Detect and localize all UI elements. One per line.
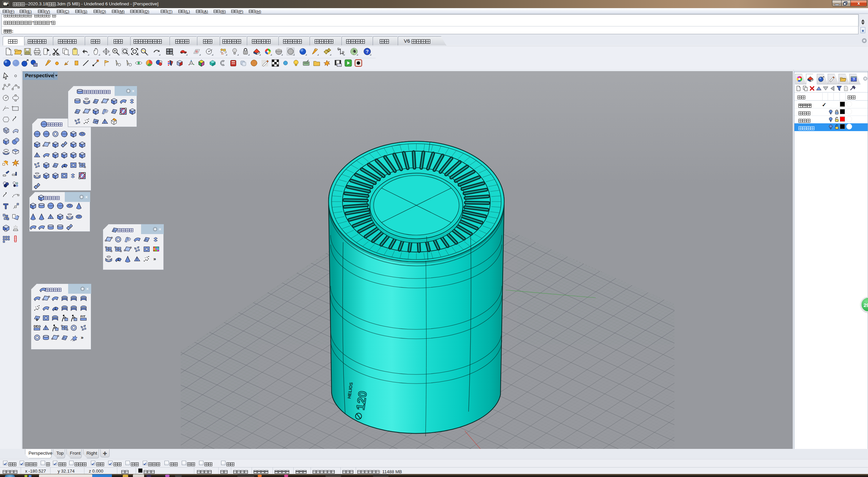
svg-text:DEG: DEG xyxy=(34,324,41,328)
svg-text:?: ? xyxy=(366,49,369,54)
svg-text:?: ? xyxy=(853,78,855,81)
svg-text:»: » xyxy=(153,256,156,262)
svg-text:UV: UV xyxy=(95,120,98,123)
svg-text:120: 120 xyxy=(354,390,369,411)
svg-text:FIT: FIT xyxy=(80,314,85,318)
svg-text:»: » xyxy=(81,335,83,340)
